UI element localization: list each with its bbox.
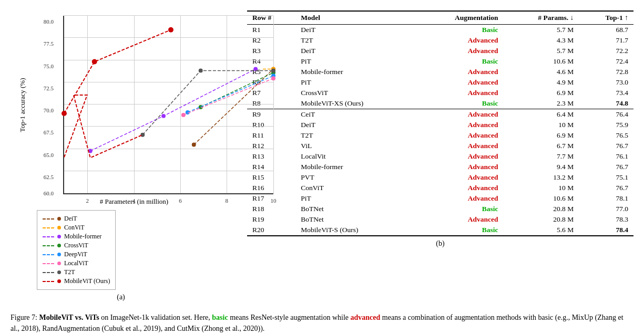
table-row: R13LocalVitAdvanced7.7 M76.1	[247, 151, 633, 162]
svg-point-0	[192, 143, 196, 147]
caption-green: basic	[212, 314, 228, 321]
table-row: R19BoTNetAdvanced20.8 M78.3	[247, 214, 633, 225]
cell-top1: 76.7	[579, 162, 633, 172]
legend-item-mobilevit: MobileViT (Ours)	[43, 277, 110, 285]
cell-top1: 72.2	[579, 46, 633, 56]
table-row: R7CrossViTAdvanced6.9 M73.4	[247, 88, 633, 98]
cell-model: PiT	[295, 56, 415, 67]
cell-model: ViL	[295, 141, 415, 151]
cell-params: 4.3 M	[503, 35, 579, 46]
cell-model: MobileViT-S (Ours)	[295, 225, 415, 236]
cell-top1: 76.4	[579, 109, 633, 120]
legend-dot-localvit	[57, 262, 61, 265]
svg-point-12	[140, 133, 145, 137]
cell-top1: 76.7	[579, 141, 633, 151]
cell-aug: Advanced	[415, 109, 504, 120]
legend-line-crossvit	[43, 245, 54, 246]
legend-item-deepvit: DeepViT	[43, 250, 110, 258]
cell-aug: Basic	[415, 225, 504, 236]
svg-point-14	[271, 68, 275, 72]
cell-params: 10.6 M	[503, 56, 579, 67]
table-row: R2T2TAdvanced4.3 M71.7	[247, 35, 633, 46]
legend-item-t2t: T2T	[43, 268, 110, 276]
cell-aug: Advanced	[415, 162, 504, 172]
main-container: Top-1 accuracy (%) 62.5 65.0 67.5 70.0 7…	[11, 11, 633, 334]
cell-params: 2.3 M	[503, 98, 579, 109]
table-row: R11T2TAdvanced6.9 M76.5	[247, 130, 633, 141]
legend-dot-convit	[57, 226, 61, 229]
cell-model: PiT	[295, 193, 415, 204]
figure-caption: Figure 7: MobileViT vs. ViTs on ImageNet…	[11, 312, 633, 334]
legend-line-deit	[43, 218, 54, 220]
cell-params: 7.7 M	[503, 151, 579, 162]
subfig-a-label: (a)	[11, 293, 231, 301]
cell-aug: Advanced	[415, 88, 504, 98]
legend-dot-deit	[57, 217, 61, 221]
caption-bold: MobileViT vs. ViTs	[39, 314, 99, 321]
table-row: R5Mobile-formerAdvanced4.6 M72.8	[247, 67, 633, 77]
cell-model: MobileViT-XS (Ours)	[295, 98, 415, 109]
cell-top1: 78.3	[579, 214, 633, 225]
cell-params: 20.8 M	[503, 214, 579, 225]
table-row: R20MobileViT-S (Ours)Basic5.6 M78.4	[247, 225, 633, 236]
chart-container: Top-1 accuracy (%) 62.5 65.0 67.5 70.0 7…	[11, 11, 231, 301]
legend-line-t2t	[43, 272, 54, 273]
cell-aug: Advanced	[415, 120, 504, 130]
y-axis-label: Top-1 accuracy (%)	[18, 78, 27, 132]
cell-model: Mobile-former	[295, 67, 415, 77]
cell-aug: Advanced	[415, 214, 504, 225]
cell-model: BoTNet	[295, 214, 415, 225]
cell-model: DeiT	[295, 25, 415, 36]
cell-top1: 68.7	[579, 25, 633, 36]
cell-top1: 74.8	[579, 98, 633, 109]
legend-dot-mobilevit	[57, 279, 61, 283]
cell-aug: Advanced	[415, 193, 504, 204]
table-row: R18BoTNetBasic20.8 M77.0	[247, 204, 633, 214]
table-row: R8MobileViT-XS (Ours)Basic2.3 M74.8	[247, 98, 633, 109]
cell-row-num: R18	[247, 204, 295, 214]
caption-red: advanced	[351, 314, 381, 321]
cell-top1: 73.0	[579, 77, 633, 88]
table-row: R16ConViTAdvanced10 M76.7	[247, 183, 633, 193]
table-row: R3DeiTAdvanced5.7 M72.2	[247, 46, 633, 56]
table-row: R15PVTAdvanced13.2 M75.1	[247, 172, 633, 183]
cell-model: CrossViT	[295, 88, 415, 98]
cell-model: ConViT	[295, 183, 415, 193]
legend-dot-mobileformer	[57, 235, 61, 238]
table-row: R4PiTBasic10.6 M72.4	[247, 56, 633, 67]
cell-params: 5.7 M	[503, 46, 579, 56]
svg-point-10	[181, 113, 186, 117]
table-body: R1DeiTBasic5.7 M68.7R2T2TAdvanced4.3 M71…	[247, 25, 633, 236]
legend-line-deepvit	[43, 254, 54, 255]
cell-model: DeiT	[295, 120, 415, 130]
cell-top1: 71.7	[579, 35, 633, 46]
cell-aug: Advanced	[415, 77, 504, 88]
chart-legend: DeiT ConViT Mobile-former CrossViT	[37, 210, 116, 290]
svg-point-17	[168, 27, 173, 33]
th-top1: Top-1 ↑	[579, 11, 633, 25]
table-row: R6PiTAdvanced4.9 M73.0	[247, 77, 633, 88]
cell-model: LocalVit	[295, 151, 415, 162]
th-params: # Params. ↓	[503, 11, 579, 25]
legend-item-convit: ConViT	[43, 224, 110, 232]
table-header-row: Row # Model Augmentation # Params. ↓ Top…	[247, 11, 633, 25]
cell-params: 9.4 M	[503, 162, 579, 172]
cell-model: T2T	[295, 130, 415, 141]
cell-params: 5.7 M	[503, 25, 579, 36]
cell-aug: Advanced	[415, 141, 504, 151]
cell-aug: Advanced	[415, 172, 504, 183]
cell-row-num: R20	[247, 225, 295, 236]
table-row: R1DeiTBasic5.7 M68.7	[247, 25, 633, 36]
legend-dot-crossvit	[57, 244, 61, 247]
cell-top1: 75.1	[579, 172, 633, 183]
svg-point-4	[161, 114, 166, 118]
table-row: R17PiTAdvanced10.6 M78.1	[247, 193, 633, 204]
cell-aug: Advanced	[415, 151, 504, 162]
legend-dot-t2t	[57, 270, 61, 274]
cell-params: 10 M	[503, 120, 579, 130]
cell-top1: 77.0	[579, 204, 633, 214]
chart-area: 62.5 65.0 67.5 70.0 72.5 75.0 77.5 80.0 …	[63, 16, 273, 194]
cell-model: CeiT	[295, 109, 415, 120]
cell-aug: Basic	[415, 204, 504, 214]
caption-prefix: Figure 7:	[11, 314, 39, 321]
